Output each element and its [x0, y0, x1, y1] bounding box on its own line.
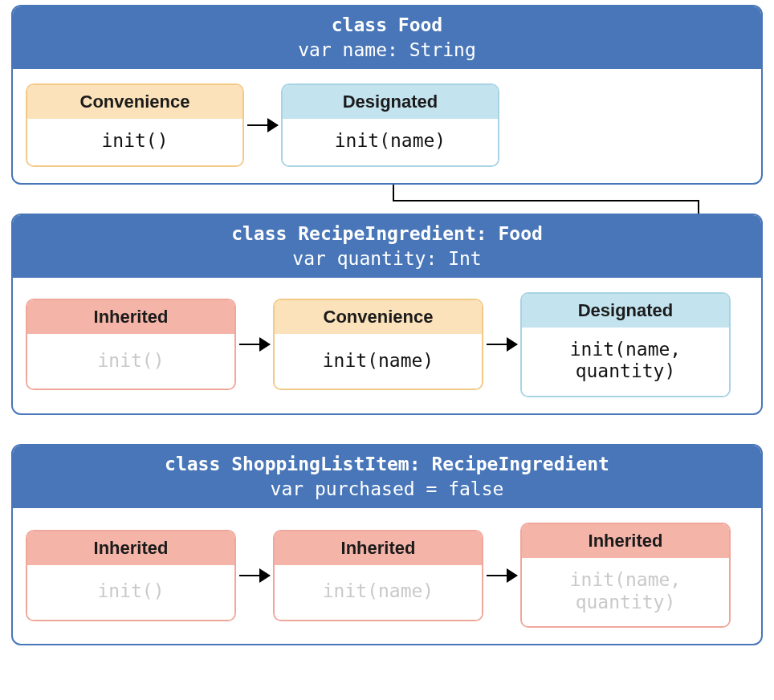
class-title: class Food	[13, 13, 761, 38]
init-box-designated: Designated init(name, quantity)	[520, 292, 731, 397]
class-box-shopping: class ShoppingListItem: RecipeIngredient…	[11, 444, 763, 645]
arrow-icon	[239, 344, 270, 345]
init-kind-label: Convenience	[27, 85, 242, 119]
class-box-food: class Food var name: String Convenience …	[11, 5, 763, 185]
init-signature: init()	[27, 565, 234, 620]
class-title: class RecipeIngredient: Food	[13, 222, 761, 246]
init-signature: init()	[27, 119, 242, 165]
init-kind-label: Convenience	[275, 300, 482, 334]
init-kind-label: Inherited	[275, 531, 482, 565]
init-box-inherited: Inherited init(name)	[273, 530, 483, 621]
init-box-inherited: Inherited init(name, quantity)	[520, 523, 731, 628]
init-box-convenience: Convenience init(name)	[273, 299, 483, 390]
init-kind-label: Inherited	[27, 531, 234, 565]
init-box-inherited: Inherited init()	[26, 299, 236, 390]
arrow-icon	[487, 575, 517, 576]
init-signature: init(name)	[275, 565, 482, 620]
init-box-convenience: Convenience init()	[26, 83, 244, 167]
class-body-recipe: Inherited init() Convenience init(name) …	[13, 278, 761, 413]
class-header-food: class Food var name: String	[13, 6, 761, 69]
init-box-inherited: Inherited init()	[26, 530, 236, 621]
class-title: class ShoppingListItem: RecipeIngredient	[13, 452, 761, 477]
arrow-icon	[239, 575, 270, 576]
init-signature: init(name)	[283, 119, 498, 165]
init-signature: init()	[27, 334, 234, 389]
class-body-food: Convenience init() Designated init(name)	[13, 69, 761, 183]
init-kind-label: Inherited	[522, 524, 729, 558]
init-box-designated: Designated init(name)	[281, 83, 499, 167]
init-kind-label: Inherited	[27, 300, 234, 334]
init-signature: init(name, quantity)	[522, 328, 729, 396]
init-signature: init(name, quantity)	[522, 558, 729, 626]
class-header-recipe: class RecipeIngredient: Food var quantit…	[13, 215, 761, 278]
class-header-shopping: class ShoppingListItem: RecipeIngredient…	[13, 446, 761, 508]
arrow-icon	[487, 344, 517, 345]
class-box-recipe: class RecipeIngredient: Food var quantit…	[11, 214, 763, 415]
class-property: var name: String	[13, 38, 761, 63]
class-property: var purchased = false	[13, 477, 761, 502]
class-property: var quantity: Int	[13, 246, 761, 271]
init-signature: init(name)	[275, 334, 482, 389]
class-body-shopping: Inherited init() Inherited init(name) In…	[13, 508, 761, 644]
init-kind-label: Designated	[283, 85, 498, 119]
arrow-icon	[247, 124, 278, 126]
init-kind-label: Designated	[522, 294, 729, 328]
